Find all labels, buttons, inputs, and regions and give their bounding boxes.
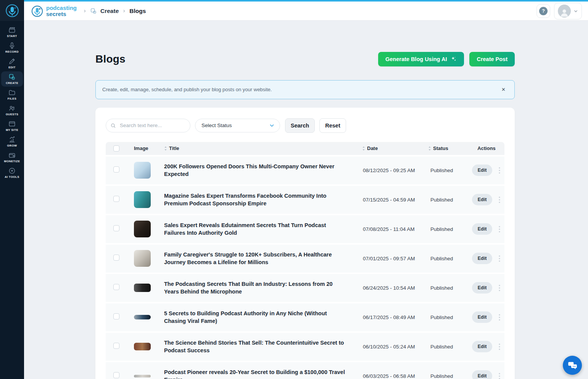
create-post-button[interactable]: Create Post: [469, 52, 515, 66]
post-status: Published: [428, 226, 469, 232]
sidebar-item-my-site[interactable]: MY SITE: [1, 118, 23, 134]
table-row: Sales Expert Reveals Edutainment Secrets…: [106, 215, 504, 243]
post-title[interactable]: Podcast Pioneer reveals 20-Year Secret t…: [164, 368, 361, 379]
close-icon[interactable]: ✕: [499, 86, 508, 93]
kebab-menu-icon[interactable]: [498, 255, 501, 263]
chevron-down-icon: [574, 9, 578, 13]
post-title[interactable]: The Podcasting Secrets That Built an Ind…: [164, 280, 361, 295]
clapperboard-icon: [8, 26, 16, 34]
post-title[interactable]: The Science Behind Stories That Sell: Th…: [164, 339, 361, 354]
brand-name-line1: podcasting: [46, 5, 77, 11]
sort-icon: [164, 146, 167, 151]
sidebar-item-ai-tools[interactable]: AI TOOLS: [1, 165, 23, 181]
question-mark-icon: ?: [539, 7, 548, 15]
select-all-checkbox[interactable]: [113, 145, 119, 152]
post-title[interactable]: Family Caregiver's Struggle to 120K+ Sub…: [164, 251, 361, 266]
row-checkbox[interactable]: [113, 196, 119, 202]
row-checkbox[interactable]: [113, 284, 119, 290]
help-button[interactable]: ?: [536, 4, 550, 18]
sidebar-nav: START RECORD EDIT CREATE FILES: [0, 21, 24, 181]
sidebar-item-grow[interactable]: GROW: [1, 134, 23, 149]
edit-button[interactable]: Edit: [472, 165, 493, 176]
folder-icon: [8, 89, 16, 96]
sidebar-item-record[interactable]: RECORD: [1, 40, 23, 55]
edit-button[interactable]: Edit: [472, 341, 493, 352]
edit-button[interactable]: Edit: [472, 311, 493, 323]
user-menu[interactable]: [554, 3, 582, 19]
header-actions: ?: [536, 3, 582, 19]
post-thumbnail: [134, 284, 151, 292]
kebab-menu-icon[interactable]: [498, 284, 501, 292]
post-thumbnail: [134, 191, 151, 208]
search-button[interactable]: Search: [285, 118, 315, 133]
post-date: 08/12/2025 - 09:25 AM: [361, 168, 428, 173]
edit-button[interactable]: Edit: [472, 253, 493, 264]
table-row: The Podcasting Secrets That Built an Ind…: [106, 274, 504, 302]
column-header-date[interactable]: Date: [361, 145, 428, 151]
post-title[interactable]: Sales Expert Reveals Edutainment Secrets…: [164, 221, 361, 237]
sidebar-item-edit[interactable]: EDIT: [1, 56, 23, 71]
main-content: Blogs Generate Blog Using AI Create Post…: [95, 21, 515, 379]
info-banner-text: Create, edit, manage, schedule, and publ…: [102, 87, 272, 92]
edit-icon: [8, 58, 16, 65]
sidebar-item-create[interactable]: CREATE: [1, 71, 23, 87]
row-checkbox[interactable]: [113, 372, 119, 378]
kebab-menu-icon[interactable]: [498, 372, 501, 379]
post-status: Published: [428, 256, 469, 261]
table-row: Podcast Pioneer reveals 20-Year Secret t…: [106, 362, 504, 379]
sidebar-logo[interactable]: [0, 0, 24, 21]
column-header-actions: Actions: [469, 145, 504, 151]
post-thumbnail: [134, 343, 151, 350]
generate-blog-ai-button[interactable]: Generate Blog Using AI: [378, 52, 464, 66]
post-date: 06/03/2025 - 06:58 AM: [361, 373, 428, 379]
row-checkbox[interactable]: [113, 166, 119, 173]
kebab-menu-icon[interactable]: [498, 343, 501, 351]
microphone-icon: [8, 42, 16, 49]
search-input[interactable]: [106, 119, 190, 132]
post-thumbnail: [134, 162, 151, 179]
row-checkbox[interactable]: [113, 343, 119, 349]
row-checkbox[interactable]: [113, 255, 119, 261]
post-title[interactable]: 5 Secrets to Building Podcast Authority …: [164, 310, 361, 325]
table-body: 200K Followers Opened Doors This Multi-C…: [106, 156, 504, 379]
row-checkbox[interactable]: [113, 225, 119, 231]
column-header-title[interactable]: Title: [164, 145, 361, 151]
edit-button[interactable]: Edit: [472, 282, 493, 294]
create-icon: [8, 73, 16, 81]
post-title[interactable]: Magazine Sales Expert Transforms Faceboo…: [164, 192, 361, 207]
kebab-menu-icon[interactable]: [498, 313, 501, 321]
post-date: 06/17/2025 - 08:49 AM: [361, 314, 428, 320]
row-checkbox[interactable]: [113, 313, 119, 319]
post-status: Published: [428, 344, 469, 350]
status-select[interactable]: Select Status: [195, 119, 280, 132]
post-title[interactable]: 200K Followers Opened Doors This Multi-C…: [164, 163, 361, 178]
kebab-menu-icon[interactable]: [498, 166, 501, 174]
edit-button[interactable]: Edit: [472, 370, 493, 379]
edit-button[interactable]: Edit: [472, 194, 493, 205]
growth-icon: [8, 136, 16, 143]
chat-widget-button[interactable]: [563, 356, 582, 375]
column-header-status[interactable]: Status: [428, 145, 469, 151]
sparkles-icon: [450, 56, 457, 62]
sidebar-item-start[interactable]: START: [1, 24, 23, 40]
sidebar: START RECORD EDIT CREATE FILES: [0, 0, 24, 379]
post-thumbnail: [134, 250, 151, 267]
blogs-table: Image Title Date: [106, 142, 504, 379]
wallet-icon: [8, 152, 16, 159]
chevron-right-icon: [122, 9, 126, 13]
page-title: Blogs: [95, 53, 126, 65]
sidebar-item-files[interactable]: FILES: [1, 87, 23, 102]
sidebar-item-monetize[interactable]: MONETIZE: [1, 150, 23, 165]
reset-button[interactable]: Reset: [319, 118, 346, 133]
sidebar-item-guests[interactable]: GUESTS: [1, 103, 23, 118]
breadcrumb-create[interactable]: Create: [100, 8, 119, 15]
post-thumbnail: [134, 375, 151, 377]
post-status: Published: [428, 314, 469, 320]
table-row: Magazine Sales Expert Transforms Faceboo…: [106, 186, 504, 214]
edit-button[interactable]: Edit: [472, 223, 493, 235]
kebab-menu-icon[interactable]: [498, 225, 501, 233]
table-row: The Science Behind Stories That Sell: Th…: [106, 333, 504, 361]
ai-tools-icon: [8, 167, 16, 174]
kebab-menu-icon[interactable]: [498, 196, 501, 204]
brand-logo[interactable]: podcasting secrets: [31, 5, 77, 18]
